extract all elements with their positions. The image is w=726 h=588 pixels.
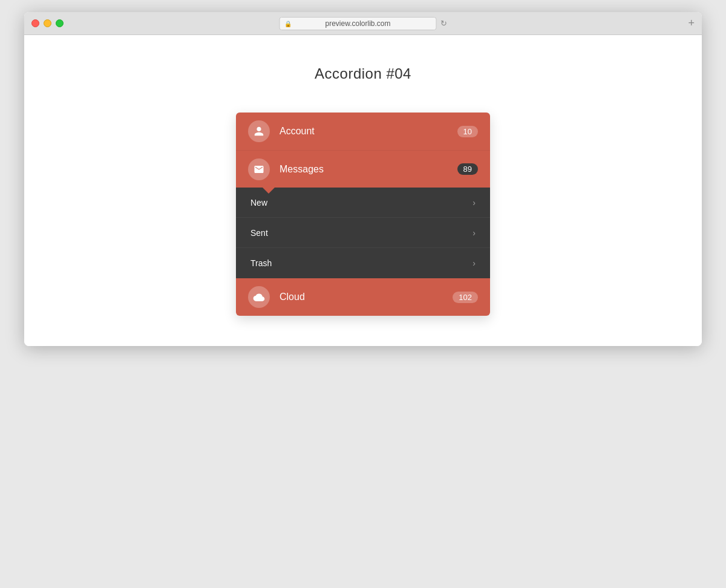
- account-label: Account: [280, 126, 457, 137]
- lock-icon: 🔒: [284, 20, 292, 27]
- titlebar: 🔒 preview.colorlib.com ↻ +: [24, 12, 702, 35]
- messages-icon-circle: [248, 158, 270, 180]
- account-icon-circle: [248, 120, 270, 142]
- close-button[interactable]: [31, 19, 39, 27]
- page-title: Accordion #04: [315, 65, 411, 82]
- traffic-lights: [31, 19, 64, 27]
- sub-item-sent[interactable]: Sent ›: [236, 218, 490, 248]
- chevron-right-icon-2: ›: [473, 228, 476, 238]
- sub-item-trash[interactable]: Trash ›: [236, 248, 490, 278]
- refresh-icon[interactable]: ↻: [440, 19, 447, 28]
- cloud-icon: [253, 293, 265, 301]
- url-text: preview.colorlib.com: [325, 19, 390, 28]
- envelope-icon: [253, 164, 264, 175]
- messages-sub-panel: New › Sent › Trash ›: [236, 188, 490, 278]
- browser-window: 🔒 preview.colorlib.com ↻ + Accordion #04…: [24, 12, 702, 346]
- sub-item-sent-label: Sent: [250, 228, 473, 238]
- account-badge: 10: [457, 126, 478, 137]
- minimize-button[interactable]: [44, 19, 51, 27]
- chevron-right-icon: ›: [473, 198, 476, 207]
- accordion-item-messages[interactable]: Messages 89: [236, 150, 490, 188]
- messages-label: Messages: [280, 164, 457, 175]
- chevron-right-icon-3: ›: [473, 258, 476, 268]
- accordion-item-account[interactable]: Account 10: [236, 113, 490, 150]
- cloud-badge: 102: [453, 292, 478, 303]
- address-bar[interactable]: 🔒 preview.colorlib.com: [280, 17, 437, 30]
- user-icon: [253, 126, 264, 137]
- page-content: Accordion #04 Account 10: [24, 35, 702, 346]
- maximize-button[interactable]: [56, 19, 64, 27]
- sub-item-new-label: New: [250, 198, 473, 207]
- accordion: Account 10 Messages 89 New ›: [236, 113, 490, 316]
- cloud-label: Cloud: [280, 292, 453, 302]
- new-tab-button[interactable]: +: [688, 17, 695, 30]
- sub-item-trash-label: Trash: [250, 258, 473, 268]
- cloud-icon-circle: [248, 286, 270, 308]
- messages-badge: 89: [457, 163, 478, 175]
- accordion-item-cloud[interactable]: Cloud 102: [236, 278, 490, 316]
- addressbar-wrap: 🔒 preview.colorlib.com ↻: [280, 17, 447, 30]
